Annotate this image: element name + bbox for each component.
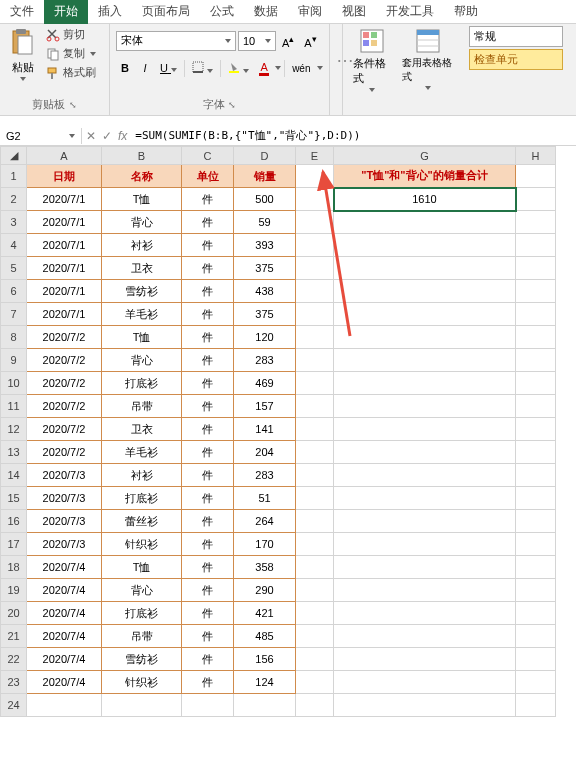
cell[interactable]: 51 bbox=[234, 487, 296, 510]
cell[interactable]: 件 bbox=[182, 395, 234, 418]
cell[interactable] bbox=[296, 349, 334, 372]
format-painter-button[interactable]: 格式刷 bbox=[44, 64, 98, 81]
cell[interactable] bbox=[296, 510, 334, 533]
cell[interactable] bbox=[296, 625, 334, 648]
table-format-button[interactable]: 套用表格格式 bbox=[398, 26, 457, 113]
cell[interactable]: 衬衫 bbox=[102, 464, 182, 487]
cell[interactable]: 2020/7/3 bbox=[27, 533, 102, 556]
cell[interactable] bbox=[516, 694, 556, 717]
row-header[interactable]: 20 bbox=[1, 602, 27, 625]
cell[interactable]: 件 bbox=[182, 372, 234, 395]
tab-help[interactable]: 帮助 bbox=[444, 0, 488, 24]
spreadsheet[interactable]: ◢ A B C D E G H 1 日期 名称 单位 销量 "T恤"和"背心"的… bbox=[0, 146, 556, 717]
cell[interactable] bbox=[334, 372, 516, 395]
cell[interactable] bbox=[296, 441, 334, 464]
cell[interactable]: 吊带 bbox=[102, 625, 182, 648]
cell[interactable]: 打底衫 bbox=[102, 602, 182, 625]
cell[interactable]: 件 bbox=[182, 418, 234, 441]
cell[interactable] bbox=[516, 234, 556, 257]
cell[interactable]: 290 bbox=[234, 579, 296, 602]
cell[interactable]: 2020/7/3 bbox=[27, 487, 102, 510]
cell[interactable] bbox=[334, 395, 516, 418]
row-header[interactable]: 8 bbox=[1, 326, 27, 349]
cell[interactable]: 件 bbox=[182, 556, 234, 579]
cell[interactable] bbox=[334, 280, 516, 303]
select-all-corner[interactable]: ◢ bbox=[1, 147, 27, 165]
cell[interactable]: 件 bbox=[182, 349, 234, 372]
phonetic-button[interactable]: wén bbox=[288, 60, 314, 77]
cell[interactable] bbox=[334, 487, 516, 510]
row-header[interactable]: 19 bbox=[1, 579, 27, 602]
cell[interactable] bbox=[516, 671, 556, 694]
cell[interactable]: T恤 bbox=[102, 326, 182, 349]
cell[interactable]: 件 bbox=[182, 441, 234, 464]
cell[interactable]: 157 bbox=[234, 395, 296, 418]
tab-review[interactable]: 审阅 bbox=[288, 0, 332, 24]
row-header[interactable]: 6 bbox=[1, 280, 27, 303]
italic-button[interactable]: I bbox=[136, 59, 154, 77]
cell[interactable] bbox=[296, 234, 334, 257]
row-header[interactable]: 12 bbox=[1, 418, 27, 441]
cell[interactable] bbox=[334, 418, 516, 441]
cell[interactable]: 卫衣 bbox=[102, 418, 182, 441]
cell[interactable] bbox=[516, 464, 556, 487]
font-name-select[interactable]: 宋体 bbox=[116, 31, 236, 51]
tab-formulas[interactable]: 公式 bbox=[200, 0, 244, 24]
cell[interactable] bbox=[334, 464, 516, 487]
column-header[interactable]: A bbox=[27, 147, 102, 165]
row-header[interactable]: 22 bbox=[1, 648, 27, 671]
cell[interactable]: 件 bbox=[182, 579, 234, 602]
cell[interactable] bbox=[27, 694, 102, 717]
cell[interactable]: 2020/7/1 bbox=[27, 211, 102, 234]
border-button[interactable] bbox=[188, 58, 217, 78]
column-header[interactable]: G bbox=[334, 147, 516, 165]
cell[interactable] bbox=[296, 464, 334, 487]
cell[interactable] bbox=[334, 533, 516, 556]
cell[interactable] bbox=[334, 510, 516, 533]
decrease-font-button[interactable]: A▾ bbox=[300, 30, 320, 52]
cell[interactable]: 2020/7/4 bbox=[27, 671, 102, 694]
column-header[interactable]: C bbox=[182, 147, 234, 165]
cell[interactable]: 吊带 bbox=[102, 395, 182, 418]
cell[interactable]: 件 bbox=[182, 326, 234, 349]
cell[interactable] bbox=[234, 694, 296, 717]
cell[interactable]: 204 bbox=[234, 441, 296, 464]
cell[interactable]: 羊毛衫 bbox=[102, 303, 182, 326]
cell[interactable]: 2020/7/1 bbox=[27, 188, 102, 211]
cell[interactable]: 件 bbox=[182, 533, 234, 556]
row-header[interactable]: 14 bbox=[1, 464, 27, 487]
cell[interactable]: 件 bbox=[182, 625, 234, 648]
cell[interactable] bbox=[334, 326, 516, 349]
cell[interactable] bbox=[516, 418, 556, 441]
cell[interactable] bbox=[516, 441, 556, 464]
cell[interactable] bbox=[296, 211, 334, 234]
cell[interactable]: 500 bbox=[234, 188, 296, 211]
row-header[interactable]: 7 bbox=[1, 303, 27, 326]
cell[interactable] bbox=[516, 188, 556, 211]
cell[interactable]: 打底衫 bbox=[102, 372, 182, 395]
cell[interactable]: 438 bbox=[234, 280, 296, 303]
cell[interactable] bbox=[296, 188, 334, 211]
cell[interactable]: 124 bbox=[234, 671, 296, 694]
cell[interactable]: 背心 bbox=[102, 579, 182, 602]
cell[interactable] bbox=[334, 349, 516, 372]
column-header[interactable]: E bbox=[296, 147, 334, 165]
font-color-button[interactable]: A bbox=[255, 58, 273, 79]
cell[interactable] bbox=[296, 487, 334, 510]
cell[interactable] bbox=[516, 602, 556, 625]
row-header[interactable]: 1 bbox=[1, 165, 27, 188]
cell[interactable] bbox=[334, 694, 516, 717]
row-header[interactable]: 15 bbox=[1, 487, 27, 510]
cell[interactable]: 2020/7/1 bbox=[27, 303, 102, 326]
accept-formula-button[interactable]: ✓ bbox=[102, 129, 112, 143]
cell[interactable] bbox=[334, 556, 516, 579]
row-header[interactable]: 17 bbox=[1, 533, 27, 556]
row-header[interactable]: 9 bbox=[1, 349, 27, 372]
row-header[interactable]: 11 bbox=[1, 395, 27, 418]
row-header[interactable]: 3 bbox=[1, 211, 27, 234]
cell[interactable]: 2020/7/2 bbox=[27, 418, 102, 441]
cell[interactable] bbox=[296, 418, 334, 441]
paste-button[interactable]: 粘贴 bbox=[6, 26, 40, 96]
cancel-formula-button[interactable]: ✕ bbox=[86, 129, 96, 143]
cell[interactable]: 背心 bbox=[102, 211, 182, 234]
